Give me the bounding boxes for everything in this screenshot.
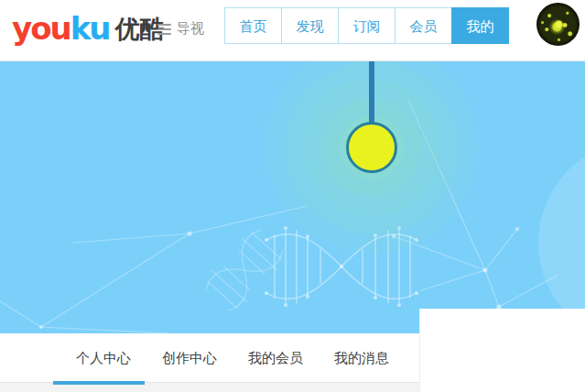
tab-personal-center[interactable]: 个人中心: [60, 333, 146, 382]
active-tab-underline: [53, 381, 145, 385]
nav-tab-vip[interactable]: 会员: [395, 7, 452, 44]
pin-line-decoration: [369, 61, 374, 125]
main-nav: 首页 发现 订阅 会员 我的: [224, 7, 509, 44]
user-avatar[interactable]: [536, 3, 580, 46]
tab-creation-center[interactable]: 创作中心: [146, 333, 233, 382]
hamburger-icon: [157, 24, 171, 35]
youku-logo[interactable]: youku 优酷: [12, 11, 165, 46]
tab-my-vip[interactable]: 我的会员: [233, 333, 319, 382]
nav-tab-mine[interactable]: 我的: [451, 7, 509, 44]
nav-tab-subscriptions[interactable]: 订阅: [338, 7, 395, 44]
dna-helix-small-icon: [200, 223, 290, 317]
site-header: youku 优酷 导视 首页 发现 订阅 会员 我的: [0, 0, 585, 61]
side-panel: [419, 309, 585, 392]
logo-latin: youku: [12, 11, 110, 46]
tab-my-messages[interactable]: 我的消息: [319, 333, 405, 382]
logo-ku-text: ku: [70, 10, 110, 47]
guide-menu-button[interactable]: 导视: [157, 20, 204, 38]
guide-label: 导视: [177, 20, 204, 38]
nav-tab-home[interactable]: 首页: [224, 7, 282, 44]
profile-banner: [0, 61, 585, 333]
nav-tab-discover[interactable]: 发现: [281, 7, 339, 44]
logo-you-text: you: [12, 10, 70, 47]
youku-profile-page: youku 优酷 导视 首页 发现 订阅 会员 我的 个人中心 创作中心 我的会…: [0, 0, 585, 392]
location-pin-dot[interactable]: [346, 122, 397, 173]
